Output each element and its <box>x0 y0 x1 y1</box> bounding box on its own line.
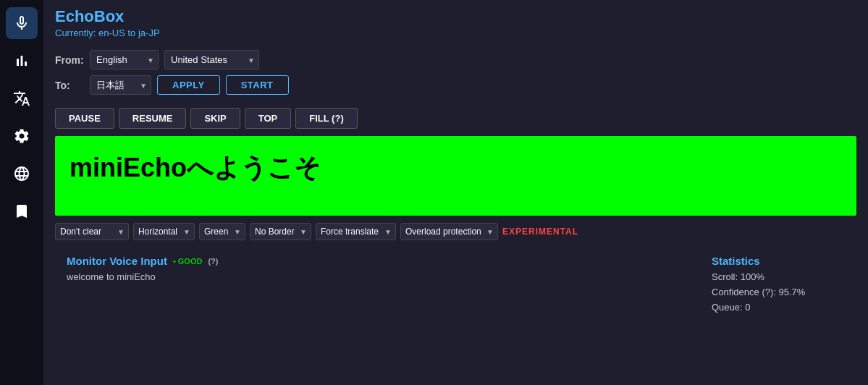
confidence-label: Confidence (?): <box>712 287 776 297</box>
settings-bar: Don't clear Clear on stop ▼ Horizontal V… <box>43 216 868 248</box>
layout-select[interactable]: Horizontal Vertical <box>133 223 195 240</box>
stats-section: Statistics Scroll: 100% Confidence (?): … <box>712 248 856 322</box>
translate-icon[interactable] <box>6 82 38 114</box>
color-select[interactable]: Green Blue Red <box>199 223 245 240</box>
stats-confidence: Confidence (?): 95.7% <box>712 285 856 300</box>
start-button[interactable]: START <box>226 75 289 95</box>
experimental-badge: EXPERIMENTAL <box>502 227 578 237</box>
color-select-wrapper: Green Blue Red ▼ <box>199 223 245 240</box>
bookmark-icon[interactable] <box>6 195 38 227</box>
translate-select-wrapper: Force translate Auto translate No transl… <box>316 223 396 240</box>
header: EchoBox Currently: en-US to ja-JP <box>43 0 868 43</box>
region-select[interactable]: United States United Kingdom Australia <box>164 50 259 69</box>
fill-button[interactable]: FILL (?) <box>295 108 357 129</box>
display-area: miniEchoへようこそ <box>55 136 856 216</box>
resume-button[interactable]: RESUME <box>119 108 187 129</box>
overload-select-wrapper: Overload protection No protection ▼ <box>400 223 498 240</box>
translate-select[interactable]: Force translate Auto translate No transl… <box>316 223 396 240</box>
monitor-section: Monitor Voice Input • GOOD (?) welcome t… <box>55 248 712 289</box>
to-label: To: <box>55 80 84 91</box>
to-row: To: 日本語 English Spanish ▼ APPLY START <box>55 75 856 95</box>
main-content: EchoBox Currently: en-US to ja-JP From: … <box>43 0 868 385</box>
app-title: EchoBox <box>55 7 856 26</box>
clear-select-wrapper: Don't clear Clear on stop ▼ <box>55 223 129 240</box>
stats-title: Statistics <box>712 255 856 267</box>
settings-icon[interactable] <box>6 120 38 152</box>
question-badge[interactable]: (?) <box>208 257 218 266</box>
stats-scroll: Scroll: 100% <box>712 270 856 285</box>
good-badge: • GOOD <box>173 257 203 266</box>
skip-button[interactable]: SKIP <box>190 108 240 129</box>
display-text: miniEchoへようこそ <box>69 151 321 186</box>
subtitle-prefix: Currently: <box>55 28 96 38</box>
microphone-icon[interactable] <box>6 7 38 39</box>
controls-section: From: English Japanese Spanish ▼ United … <box>43 43 868 108</box>
to-lang-code: ja-JP <box>138 28 160 38</box>
sidebar <box>0 0 43 385</box>
globe-icon[interactable] <box>6 158 38 190</box>
scroll-label: Scroll: <box>712 271 738 282</box>
border-select[interactable]: No Border Thin Thick <box>250 223 311 240</box>
monitor-transcript: welcome to miniEcho <box>67 271 700 282</box>
scroll-value: 100% <box>741 271 764 282</box>
language-select-wrapper: English Japanese Spanish ▼ <box>90 50 159 69</box>
clear-select[interactable]: Don't clear Clear on stop <box>55 223 129 240</box>
app-subtitle: Currently: en-US to ja-JP <box>55 28 856 38</box>
action-bar: PAUSE RESUME SKIP TOP FILL (?) <box>43 108 868 136</box>
language-select[interactable]: English Japanese Spanish <box>90 50 159 69</box>
apply-button[interactable]: APPLY <box>157 75 220 95</box>
from-row: From: English Japanese Spanish ▼ United … <box>55 50 856 69</box>
from-lang-code: en-US <box>98 28 125 38</box>
chart-icon[interactable] <box>6 45 38 77</box>
monitor-title: Monitor Voice Input • GOOD (?) <box>67 255 700 267</box>
bottom-section: Monitor Voice Input • GOOD (?) welcome t… <box>43 248 868 334</box>
to-language-select[interactable]: 日本語 English Spanish <box>90 75 151 95</box>
region-select-wrapper: United States United Kingdom Australia ▼ <box>164 50 259 69</box>
queue-label: Queue: <box>712 302 743 313</box>
layout-select-wrapper: Horizontal Vertical ▼ <box>133 223 195 240</box>
to-language-select-wrapper: 日本語 English Spanish ▼ <box>90 75 151 95</box>
monitor-title-text: Monitor Voice Input <box>67 255 167 267</box>
border-select-wrapper: No Border Thin Thick ▼ <box>250 223 311 240</box>
to-connector: to <box>127 28 135 38</box>
from-label: From: <box>55 54 84 66</box>
overload-select[interactable]: Overload protection No protection <box>400 223 498 240</box>
queue-value: 0 <box>745 302 750 313</box>
top-button[interactable]: TOP <box>245 108 292 129</box>
confidence-value: 95.7% <box>779 287 806 297</box>
pause-button[interactable]: PAUSE <box>55 108 114 129</box>
stats-queue: Queue: 0 <box>712 300 856 316</box>
